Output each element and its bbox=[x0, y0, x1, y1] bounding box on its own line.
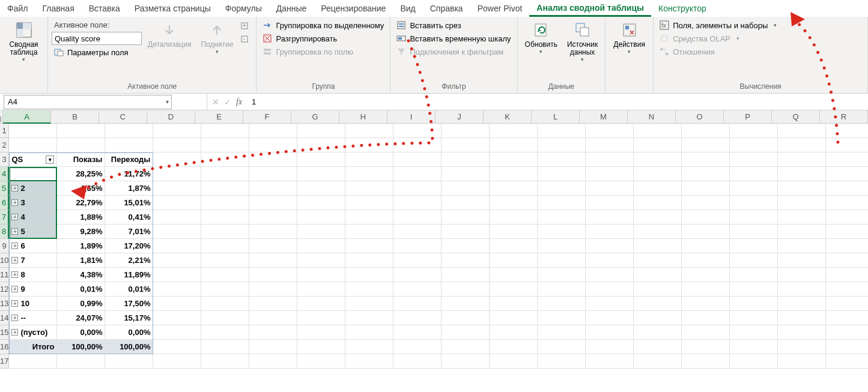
cell[interactable] bbox=[826, 138, 868, 152]
cell[interactable] bbox=[730, 225, 778, 239]
expand-icon[interactable]: + bbox=[11, 243, 18, 249]
cell[interactable] bbox=[201, 282, 249, 297]
cell[interactable] bbox=[634, 268, 682, 282]
cell[interactable] bbox=[249, 210, 297, 225]
cell[interactable]: 17,50% bbox=[105, 297, 153, 311]
cell[interactable] bbox=[297, 340, 345, 354]
cell[interactable] bbox=[442, 268, 490, 282]
ungroup-button[interactable]: Разгруппировать bbox=[260, 32, 386, 44]
cell[interactable] bbox=[105, 138, 153, 152]
tab-page-layout[interactable]: Разметка страницы bbox=[127, 1, 218, 16]
cell[interactable]: 1,89% bbox=[57, 239, 105, 253]
cell[interactable] bbox=[490, 239, 538, 253]
row-header-15[interactable]: 15 bbox=[0, 325, 9, 340]
spreadsheet-grid[interactable]: ABCDEFGHIJKLMNOPQR 123456789101112131415… bbox=[0, 110, 868, 369]
cell[interactable] bbox=[105, 124, 153, 138]
cell[interactable]: 17,20% bbox=[105, 239, 153, 253]
tab-design[interactable]: Конструктор bbox=[651, 1, 714, 16]
cell[interactable] bbox=[393, 297, 442, 311]
cell[interactable] bbox=[393, 268, 442, 282]
cell[interactable] bbox=[201, 253, 249, 268]
row-header-7[interactable]: 7 bbox=[0, 210, 9, 225]
field-settings-button[interactable]: Параметры поля bbox=[52, 46, 142, 58]
cell[interactable]: +5 bbox=[9, 225, 57, 239]
cell[interactable] bbox=[586, 297, 634, 311]
expand-icon[interactable]: + bbox=[11, 286, 18, 292]
cell[interactable] bbox=[778, 152, 826, 167]
cell[interactable] bbox=[730, 311, 778, 325]
cell[interactable] bbox=[9, 354, 57, 369]
cell[interactable] bbox=[682, 210, 730, 225]
cell[interactable] bbox=[249, 225, 297, 239]
cell[interactable] bbox=[442, 167, 490, 181]
cell[interactable] bbox=[249, 124, 297, 138]
select-all-corner[interactable] bbox=[0, 110, 3, 124]
cell[interactable] bbox=[297, 297, 345, 311]
cell[interactable] bbox=[778, 340, 826, 354]
cell[interactable] bbox=[682, 152, 730, 167]
row-header-3[interactable]: 3 bbox=[0, 152, 9, 167]
cell[interactable] bbox=[682, 253, 730, 268]
cell[interactable]: 4,65% bbox=[57, 181, 105, 196]
cell[interactable] bbox=[153, 196, 201, 210]
cell[interactable] bbox=[538, 282, 586, 297]
cell[interactable] bbox=[730, 196, 778, 210]
cell[interactable]: +-- bbox=[9, 311, 57, 325]
cell[interactable] bbox=[826, 282, 868, 297]
cell[interactable] bbox=[730, 152, 778, 167]
name-box[interactable]: A4 ▾ bbox=[4, 95, 172, 109]
cell[interactable] bbox=[826, 297, 868, 311]
cell[interactable]: +(пусто) bbox=[9, 325, 57, 340]
tab-pivot-analyze[interactable]: Анализ сводной таблицы bbox=[529, 1, 651, 17]
cell[interactable] bbox=[201, 196, 249, 210]
cell[interactable] bbox=[826, 196, 868, 210]
expand-field-icon[interactable]: + bbox=[240, 22, 251, 31]
cell[interactable] bbox=[778, 325, 826, 340]
cell[interactable] bbox=[490, 210, 538, 225]
col-header-I[interactable]: I bbox=[387, 110, 436, 124]
cell[interactable] bbox=[826, 325, 868, 340]
col-header-F[interactable]: F bbox=[243, 110, 291, 124]
cell[interactable] bbox=[730, 124, 778, 138]
cell[interactable] bbox=[57, 138, 105, 152]
cell[interactable] bbox=[297, 138, 345, 152]
cell[interactable] bbox=[153, 325, 201, 340]
cell[interactable] bbox=[249, 282, 297, 297]
cell[interactable] bbox=[490, 354, 538, 369]
cell[interactable] bbox=[682, 311, 730, 325]
cell[interactable] bbox=[730, 239, 778, 253]
expand-icon[interactable]: + bbox=[11, 199, 18, 206]
col-header-P[interactable]: P bbox=[724, 110, 772, 124]
cell[interactable] bbox=[538, 181, 586, 196]
cell[interactable] bbox=[730, 268, 778, 282]
cell[interactable] bbox=[778, 196, 826, 210]
cell[interactable] bbox=[490, 268, 538, 282]
col-header-D[interactable]: D bbox=[147, 110, 195, 124]
row-header-2[interactable]: 2 bbox=[0, 138, 9, 152]
cell[interactable] bbox=[586, 152, 634, 167]
cell[interactable] bbox=[201, 268, 249, 282]
cell[interactable] bbox=[538, 311, 586, 325]
cell[interactable] bbox=[393, 210, 442, 225]
cell[interactable] bbox=[393, 239, 442, 253]
cell[interactable] bbox=[393, 340, 442, 354]
cell[interactable] bbox=[393, 181, 442, 196]
cell[interactable] bbox=[442, 138, 490, 152]
cell[interactable] bbox=[345, 297, 393, 311]
cell[interactable] bbox=[634, 325, 682, 340]
active-field-input[interactable] bbox=[52, 32, 142, 45]
cell[interactable]: 11,72% bbox=[105, 167, 153, 181]
cell[interactable]: +1 bbox=[9, 167, 57, 181]
expand-icon[interactable]: + bbox=[11, 214, 18, 220]
col-header-N[interactable]: N bbox=[628, 110, 676, 124]
cell[interactable] bbox=[393, 138, 442, 152]
cell[interactable] bbox=[778, 239, 826, 253]
cell[interactable] bbox=[538, 124, 586, 138]
cell[interactable] bbox=[201, 297, 249, 311]
cell[interactable] bbox=[634, 225, 682, 239]
cell[interactable] bbox=[634, 124, 682, 138]
cell[interactable] bbox=[153, 152, 201, 167]
cell[interactable] bbox=[586, 225, 634, 239]
filter-dropdown-icon[interactable]: ▾ bbox=[46, 155, 54, 164]
cell[interactable] bbox=[538, 138, 586, 152]
